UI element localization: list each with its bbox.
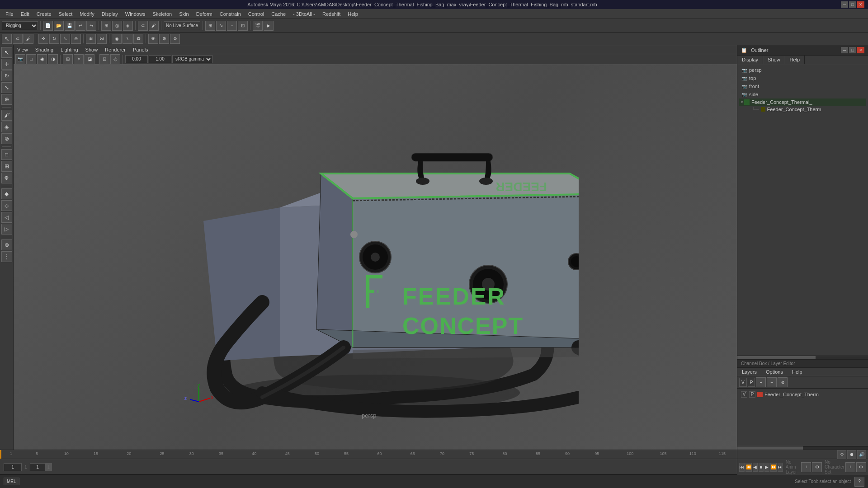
del-layer-button[interactable]: − [767, 377, 777, 387]
render-settings[interactable]: 🎬 [253, 21, 263, 31]
render-scene[interactable]: ▶ [264, 21, 274, 31]
current-frame-input[interactable] [4, 463, 22, 471]
lasso-tool[interactable]: ⊂ [13, 34, 23, 44]
outliner-minimize[interactable]: ─ [841, 47, 848, 53]
char-set-options[interactable]: + [845, 462, 855, 472]
gamma-input[interactable]: 1.00 [149, 55, 171, 63]
show-manipulator-left[interactable]: ⊛ [1, 239, 12, 250]
outliner-close[interactable]: ✕ [857, 47, 864, 53]
select-by-hierarchy[interactable]: ⊞ [101, 21, 111, 31]
outliner-item-persp[interactable]: 📷 persp [739, 66, 866, 74]
artisan-left[interactable]: ◈ [1, 122, 12, 132]
display-points-left[interactable]: ⋮ [1, 251, 12, 262]
vt-wireframe[interactable]: □ [26, 54, 36, 64]
vt-smooth[interactable]: ◉ [37, 54, 47, 64]
skip-to-start[interactable]: ⏮ [739, 463, 745, 472]
ik-handle[interactable]: ⑊ [123, 34, 132, 44]
vt-camera[interactable]: 📷 [15, 54, 25, 64]
outliner-tab-display[interactable]: Display [737, 56, 763, 64]
vt-shaded[interactable]: ◑ [48, 54, 58, 64]
breakdown-left[interactable]: ◇ [1, 200, 12, 211]
snap-to-curve[interactable]: ∿ [216, 21, 226, 31]
vt-lighting[interactable]: ☀ [74, 54, 84, 64]
soft-mod-left[interactable]: ⊕ [1, 94, 12, 105]
menu-deform[interactable]: Deform [193, 10, 216, 18]
snap-to-view-plane[interactable]: ⊡ [238, 21, 248, 31]
menu-edit[interactable]: Edit [17, 10, 33, 18]
out-tangent-left[interactable]: ▷ [1, 224, 12, 235]
mode-selector[interactable]: Rigging Animation Modeling Rendering [2, 21, 38, 30]
layer-tab-help[interactable]: Help [788, 368, 807, 376]
pb-record[interactable]: ⏺ [847, 450, 856, 459]
vt-shadows[interactable]: ◪ [85, 54, 94, 64]
in-tangent-left[interactable]: ◁ [1, 212, 12, 223]
play-forward[interactable]: ▶ [764, 463, 769, 472]
menu-select[interactable]: Select [55, 10, 76, 18]
snap-to-grid[interactable]: ⊞ [205, 21, 215, 31]
vt-resolution[interactable]: ⊡ [99, 54, 109, 64]
menu-constrain[interactable]: Constrain [216, 10, 245, 18]
anim-layer-options[interactable]: + [801, 462, 811, 472]
lattice-left[interactable]: ⊞ [1, 161, 12, 172]
soft-select[interactable]: ≋ [86, 34, 96, 44]
viewport-3d[interactable]: FEEDER CONCEPT FEEDER [14, 64, 737, 450]
cluster[interactable]: ☸ [133, 34, 143, 44]
sculpt-left[interactable]: ⊚ [1, 133, 12, 144]
step-forward[interactable]: ⏩ [770, 463, 777, 472]
outliner-tab-show[interactable]: Show [763, 56, 785, 64]
outliner-item-top[interactable]: 📷 top [739, 74, 866, 82]
lasso-select[interactable]: ⊂ [138, 21, 148, 31]
undo-button[interactable]: ↩ [75, 21, 85, 31]
set-key-left[interactable]: ◆ [1, 188, 12, 199]
rigging-tool2[interactable]: ⚙ [170, 34, 180, 44]
new-scene-button[interactable]: 📄 [43, 21, 53, 31]
menu-modify[interactable]: Modify [76, 10, 98, 18]
pb-audio[interactable]: 🔊 [857, 450, 866, 459]
layer-tab-options[interactable]: Options [761, 368, 788, 376]
stop-button[interactable]: ■ [759, 463, 764, 472]
layer-options-button[interactable]: ⚙ [778, 377, 788, 387]
pb-settings[interactable]: ⚙ [837, 450, 846, 459]
playhead[interactable] [0, 450, 1, 459]
outliner-maximize[interactable]: □ [849, 47, 856, 53]
vt-isolate[interactable]: ◎ [110, 54, 120, 64]
symmetry[interactable]: ⋈ [97, 34, 107, 44]
viewport[interactable]: View Shading Lighting Show Renderer Pane… [14, 45, 737, 450]
maximize-button[interactable]: □ [849, 1, 856, 8]
paint-left[interactable]: 🖌 [1, 110, 12, 121]
play-back[interactable]: ◀ [753, 463, 758, 472]
rotate-tool[interactable]: ↻ [49, 34, 59, 44]
menu-skeleton[interactable]: Skeleton [149, 10, 175, 18]
range-start-input[interactable] [30, 463, 46, 471]
command-input[interactable] [23, 479, 792, 484]
select-tool[interactable]: ↖ [2, 34, 12, 44]
vp-menu-show[interactable]: Show [82, 46, 102, 53]
outliner-item-side[interactable]: 📷 side [739, 90, 866, 99]
mel-label[interactable]: MEL [4, 478, 19, 485]
scale-tool[interactable]: ⤡ [60, 34, 70, 44]
show-hide-manip[interactable]: 👁 [148, 34, 158, 44]
outliner-scroll-thumb-h[interactable] [737, 356, 816, 359]
layer-tab-layers[interactable]: Layers [737, 368, 761, 376]
color-space-select[interactable]: sRGB gamma Linear [172, 55, 212, 63]
menu-3dtoall[interactable]: - 3DtoAll - [289, 10, 319, 18]
menu-skin[interactable]: Skin [175, 10, 192, 18]
skip-to-end[interactable]: ⏭ [778, 463, 783, 472]
paint-tool[interactable]: 🖌 [24, 34, 33, 44]
add-layer-button[interactable]: + [756, 377, 766, 387]
outliner-item-feeder[interactable]: ▾ Feeder_Concept_Thermal_ [739, 99, 866, 106]
vp-menu-renderer[interactable]: Renderer [101, 46, 129, 53]
cluster-left[interactable]: ☸ [1, 173, 12, 183]
rigging-tool1[interactable]: ⚙ [159, 34, 169, 44]
open-scene-button[interactable]: 📂 [54, 21, 64, 31]
create-joint[interactable]: ◉ [112, 34, 122, 44]
layer-vis-p[interactable]: P [749, 391, 755, 398]
menu-redshift[interactable]: Redshift [319, 10, 344, 18]
rotate-tool-left[interactable]: ↻ [1, 70, 12, 81]
vt-grid[interactable]: ⊞ [63, 54, 73, 64]
universal-manip[interactable]: ⊕ [71, 34, 81, 44]
timeline-bar[interactable]: 1 5 10 15 20 25 30 35 40 45 50 55 60 65 … [0, 450, 737, 459]
save-scene-button[interactable]: 💾 [65, 21, 75, 31]
move-tool[interactable]: ✛ [38, 34, 48, 44]
create-shape-left[interactable]: □ [1, 149, 12, 160]
